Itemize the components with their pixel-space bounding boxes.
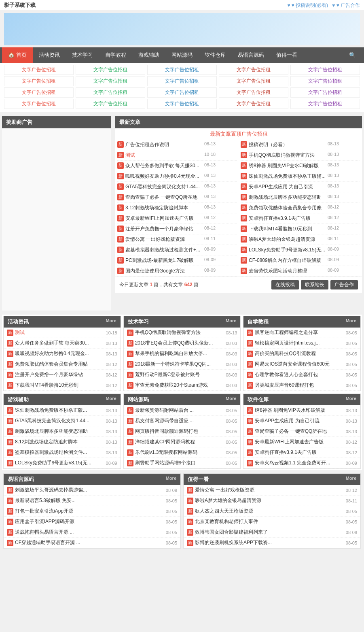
ad-cell[interactable]: 文字广告位招租 (76, 87, 145, 98)
cat-item-title[interactable]: 盗墓模拟器刺激战场过检测文件... (15, 449, 104, 456)
cat-item-title[interactable]: 手机QQ彻底取消微视弹窗方法 (135, 329, 224, 336)
article-title[interactable]: 测试 (125, 152, 202, 159)
article-title[interactable]: 盗墓模拟器刺激战场过检测文件+... (125, 247, 202, 253)
article-title[interactable]: 众人帮任务多做到手软 每天赚30... (125, 162, 202, 169)
article-title[interactable]: 刺激战场北辰脚本多功能变态辅助 (249, 194, 326, 201)
cat-item-title[interactable]: 轻松搞定网页设计(html,css,j... (255, 340, 344, 347)
top-link-vote[interactable]: ♥ 投稿说明(必看) (287, 2, 328, 9)
ad-cell[interactable]: 文字广告位招租 (147, 99, 217, 109)
cat-item-title[interactable]: 应用盒子引流iAPP源码开源 (15, 518, 164, 525)
ad-cell[interactable]: 文字广告位招租 (76, 65, 145, 75)
cat-more[interactable]: More (226, 396, 236, 403)
article-title[interactable]: 注册开户免费撸一个月豪华绿钻 (125, 226, 202, 232)
nav-item-website[interactable]: 网站源码 (165, 47, 199, 63)
article-title[interactable]: 绣8神器 刷圈免VIP去水印破解版 (249, 162, 326, 169)
cat-item-title[interactable]: 8.12刺激战场稳定防追封脚本 (15, 438, 104, 445)
article-title[interactable]: LOLSky免费助手9号更新v8.15(无... (249, 247, 326, 253)
ad-cell[interactable]: 文字广告位招租 (219, 87, 288, 98)
cat-item-title[interactable]: 网易云IOS逆向安全课程价值600元 (255, 361, 344, 368)
ad-cell[interactable]: 文字广告位招租 (76, 99, 145, 109)
cat-item-title[interactable]: 最新领赞源码附网站后台 ... (135, 407, 224, 414)
cat-item-title[interactable]: 查岗查骗子必备 一键查QQ所在地 (255, 428, 344, 435)
article-title[interactable]: 下载我叫MT4看脸撸10元秒到 (249, 226, 326, 232)
ad-cell[interactable]: 文字广告位招租 (219, 65, 288, 75)
nav-item-game[interactable]: 游戏辅助 (132, 47, 165, 63)
article-title[interactable]: 诛仙刺激战场免费版本秒杀正版辅... (249, 173, 326, 180)
cat-item-title[interactable]: 北京某教育机构老师打人事件 (195, 518, 344, 525)
article-title[interactable]: 查岗查骗子必备 一键查QQ所在地 (125, 194, 202, 201)
ad-cell[interactable]: 文字广告位招租 (4, 99, 74, 109)
cat-item-title[interactable]: 刺激战场平头哥源码去掉易游骗... (15, 487, 164, 494)
cat-item-title[interactable]: 下载我叫MT4看脸撸10元秒到 (15, 382, 104, 389)
article-title[interactable]: 安卓最新WIFI上网加速去广告版 (125, 215, 202, 222)
article-title[interactable]: CF-0809解久内存方框自瞄破解版 (249, 257, 326, 264)
ad-cooperation-button[interactable]: 广告合作 (330, 280, 358, 289)
ad-cell[interactable]: 文字广告位招租 (290, 87, 360, 98)
cat-item-title[interactable]: 审查元素免费获取20个Steam游戏 (135, 382, 224, 389)
cat-item-title[interactable]: 刺激战场北辰脚本多功能变态辅助 (15, 428, 104, 435)
cat-item-title[interactable]: 高价买的黑科技QQ引流教程 (255, 350, 344, 357)
cat-item-title[interactable]: 心理学教你看透人心全套打包 (255, 371, 344, 378)
cat-item-title[interactable]: 刷赞助手网站源码增9个接口 (135, 460, 224, 466)
ad-cell[interactable]: 文字广告位招租 (4, 87, 74, 98)
article-title[interactable]: 投稿说明（必看） (249, 141, 326, 148)
nav-item-software[interactable]: 软件仓库 (199, 47, 232, 63)
cat-item-title[interactable]: GTA5黑科技完全简汉化支持1.44... (15, 417, 104, 424)
cat-more[interactable]: More (346, 318, 356, 326)
online-submit-button[interactable]: 在线投稿 (271, 280, 299, 289)
new-articles-ad-promo[interactable]: 最新文章置顶广告位招租 (115, 128, 362, 140)
ad-cell[interactable]: 文字广告位招租 (290, 65, 360, 75)
search-icon[interactable]: 🔍 (343, 48, 362, 62)
cat-item-title[interactable]: 注册开户免费撸一个月豪华绿钻 (15, 371, 104, 378)
cat-item-title[interactable]: 免费领取优酷体验会员集合专用贴 (15, 361, 104, 368)
cat-item-title[interactable]: 易支付官网源码带自适应 ... (135, 417, 224, 424)
cat-item-title[interactable]: 另类城麦压声音60课程打包 (255, 382, 344, 389)
cat-item-title[interactable]: 哆啦A梦大雄的金银岛超清资源 (195, 497, 344, 504)
ad-cell[interactable]: 文字广告位招租 (290, 76, 360, 86)
ad-cell[interactable]: 文字广告位招租 (219, 76, 288, 86)
ad-cell[interactable]: 文字广告位招租 (219, 99, 288, 109)
article-title[interactable]: 爱情公寓 一出好戏枪版资源 (125, 236, 202, 243)
cat-item-title[interactable]: 安卓狗仔直播v3.9.1去广告版 (255, 449, 344, 456)
nav-item-activities[interactable]: 活动资讯 (33, 47, 66, 63)
article-title[interactable]: 安卓狗仔直播v3.9.1去广告版 (249, 215, 326, 222)
ad-cell[interactable]: 文字广告位招租 (147, 76, 217, 86)
cat-more[interactable]: More (346, 396, 356, 403)
cat-item-title[interactable]: 网页版抖音同款蹦迪源码打包 (135, 428, 224, 435)
article-title[interactable]: 安卓APP生成应用 为自己引流 (249, 183, 326, 190)
cat-more[interactable]: More (106, 396, 116, 403)
cat-item-title[interactable]: 安卓最新WIFI上网加速去广告版 (255, 438, 344, 445)
article-title[interactable]: 国内最便捷使用Google方法 (125, 268, 202, 275)
ad-cell[interactable]: 文字广告位招租 (147, 65, 217, 75)
nav-item-worthy[interactable]: 值得一看 (270, 47, 303, 63)
cat-item-title[interactable]: 效博韩国女团合影疑建福利列来了 (195, 529, 344, 536)
article-title[interactable]: 广告位招租合作说明 (125, 141, 202, 148)
nav-item-tech[interactable]: 技术学习 (66, 47, 99, 63)
cat-item-title[interactable]: 影博的逆袭刷机换系统APP下载资... (195, 539, 344, 546)
cat-item-title[interactable]: CF穿越通辅助手易语言开源 ... (15, 539, 164, 546)
cat-item-title[interactable]: 测试 (15, 329, 104, 336)
cat-item-title[interactable]: 安卓火鸟云视频1.1 完全免费可开... (255, 460, 344, 466)
cat-item-title[interactable]: 2018最新一个特殊符卡苹果QQ闪... (135, 361, 224, 368)
article-title[interactable]: GTA5黑科技完全简汉化支持1.44... (125, 183, 202, 190)
cat-item-title[interactable]: LOLSky免费助手9号更新v8.15(无... (15, 460, 104, 466)
cat-more[interactable]: More (346, 476, 356, 483)
cat-item-title[interactable]: 苹果手机的福利吃鸡自带放大倍... (135, 350, 224, 357)
article-title[interactable]: 手机QQ彻底取消微视弹窗方法 (249, 152, 326, 159)
top-link-ad[interactable]: ♥ 广告合作 (332, 2, 360, 9)
article-title[interactable]: PC刺激战场-最新黑龙1.7破解版 (125, 257, 202, 264)
cat-item-title[interactable]: 爱情公寓 一出好戏枪版资源 (195, 487, 344, 494)
ad-cell[interactable]: 文字广告位招租 (76, 76, 145, 86)
article-title[interactable]: 3.12刺激战场稳定防追封脚本 (125, 204, 202, 211)
cat-item-title[interactable]: 最新易语言5.3破解版 免安... (15, 497, 164, 504)
cat-item-title[interactable]: 荒野行动P最新C登录被封账号 (135, 371, 224, 378)
cat-item-title[interactable]: 安卓APP生成应用 为自己引流 (255, 417, 344, 424)
ad-cell[interactable]: 文字广告位招租 (290, 99, 360, 109)
cat-item-title[interactable]: 2018非EQ会员上传QQ透明头像新... (135, 340, 224, 347)
cat-item-title[interactable]: 洋细搭建某CP网附源码教程 (135, 438, 224, 445)
cat-item-title[interactable]: 诛仙刺激战场免费版本秒杀正版... (15, 407, 104, 414)
ad-cell[interactable]: 文字广告位招租 (4, 65, 74, 75)
ad-cell[interactable]: 文字广告位招租 (4, 76, 74, 86)
cat-more[interactable]: More (226, 318, 236, 326)
cat-item-title[interactable]: 呱呱视频好友助力秒撸0.4元现金... (15, 350, 104, 357)
